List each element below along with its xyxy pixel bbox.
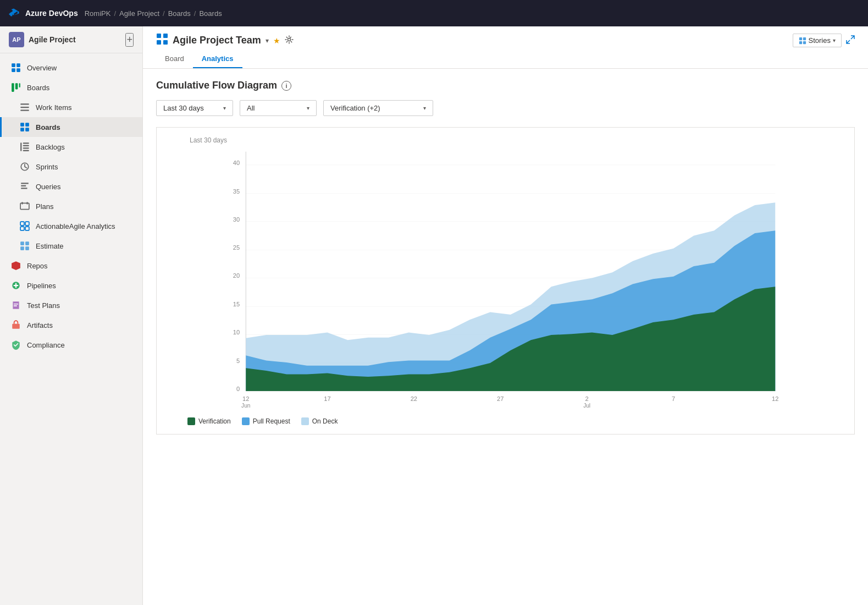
svg-rect-4: [12, 83, 14, 92]
info-icon[interactable]: i: [281, 81, 291, 91]
sidebar-item-estimate[interactable]: Estimate: [0, 236, 142, 256]
stories-label: Stories: [809, 36, 831, 45]
legend-label-verification: Verification: [198, 417, 231, 425]
sidebar-label-backlogs: Backlogs: [36, 143, 65, 151]
team-settings-button[interactable]: [285, 35, 294, 46]
svg-text:22: 22: [411, 395, 417, 402]
tab-analytics-label: Analytics: [202, 54, 234, 63]
azure-devops-logo: Azure DevOps: [9, 7, 78, 19]
svg-rect-2: [12, 68, 15, 72]
svg-rect-18: [23, 150, 29, 151]
sidebar-item-pipelines[interactable]: Pipelines: [0, 276, 142, 295]
svg-text:7: 7: [672, 395, 675, 402]
plans-icon: [19, 201, 30, 212]
tab-analytics[interactable]: Analytics: [193, 50, 242, 68]
date-range-filter[interactable]: Last 30 days ▾: [156, 100, 233, 116]
svg-rect-7: [20, 103, 29, 105]
legend-label-pull-request: Pull Request: [253, 417, 290, 425]
stories-icon: [799, 37, 806, 45]
sidebar-label-compliance: Compliance: [27, 341, 65, 349]
expand-button[interactable]: [846, 35, 855, 46]
project-name: Agile Project: [29, 35, 76, 44]
chart-period: Last 30 days: [190, 136, 227, 144]
sidebar-label-sprints: Sprints: [36, 163, 58, 171]
sprints-icon: [19, 161, 30, 172]
svg-rect-9: [20, 110, 29, 111]
date-range-value: Last 30 days: [163, 104, 204, 112]
svg-rect-16: [23, 145, 29, 146]
team-dropdown-button[interactable]: ▾: [266, 37, 269, 45]
team-board-icon: [156, 33, 168, 48]
sidebar-label-plans: Plans: [36, 202, 54, 211]
breadcrumb-boards1[interactable]: Boards: [168, 9, 191, 18]
legend-color-on-deck: [301, 417, 309, 425]
svg-text:2: 2: [585, 395, 589, 402]
stories-selector[interactable]: Stories ▾: [793, 34, 842, 47]
cumulative-flow-chart: 0 5 10 15 20 25 30 35 40: [165, 136, 845, 411]
sidebar-item-compliance[interactable]: Compliance: [0, 335, 142, 355]
sidebar-label-estimate: Estimate: [36, 242, 64, 250]
svg-text:Jul: Jul: [583, 403, 590, 409]
tab-board[interactable]: Board: [156, 50, 193, 68]
states-chevron: ▾: [423, 105, 426, 111]
add-button[interactable]: +: [125, 33, 134, 47]
sidebar-label-artifacts: Artifacts: [27, 321, 53, 329]
sidebar-item-boards-header[interactable]: Boards: [0, 78, 142, 97]
svg-text:5: 5: [236, 358, 240, 364]
svg-rect-3: [16, 68, 20, 72]
chart-title: Cumulative Flow Diagram i: [156, 80, 855, 91]
type-filter[interactable]: All ▾: [240, 100, 317, 116]
svg-text:0: 0: [236, 386, 240, 392]
svg-rect-29: [20, 246, 24, 250]
svg-rect-23: [20, 222, 24, 226]
svg-rect-39: [803, 37, 805, 40]
svg-rect-14: [20, 142, 21, 151]
svg-text:20: 20: [233, 272, 240, 279]
legend-on-deck: On Deck: [301, 417, 338, 425]
sep3: /: [194, 9, 196, 18]
sidebar-item-queries[interactable]: Queries: [0, 177, 142, 196]
sidebar-item-backlogs[interactable]: Backlogs: [0, 137, 142, 157]
sidebar-item-boards[interactable]: Boards: [0, 117, 142, 137]
breadcrumb-romi[interactable]: RomiPK: [85, 9, 111, 18]
sidebar-item-repos[interactable]: Repos: [0, 256, 142, 276]
sidebar-item-sprints[interactable]: Sprints: [0, 157, 142, 177]
sidebar-item-overview[interactable]: Overview: [0, 58, 142, 78]
sidebar-item-work-items[interactable]: Work Items: [0, 97, 142, 117]
sidebar-item-actionable[interactable]: ActionableAgile Analytics: [0, 216, 142, 236]
app-name: Azure DevOps: [25, 9, 78, 18]
sep1: /: [114, 9, 116, 18]
sidebar-label-queries: Queries: [36, 183, 61, 191]
svg-text:Jun: Jun: [241, 403, 250, 409]
sidebar-label-boards: Boards: [36, 123, 60, 131]
svg-rect-5: [15, 83, 18, 89]
sidebar-item-artifacts[interactable]: Artifacts: [0, 315, 142, 335]
boards-icon: [19, 122, 30, 133]
svg-text:10: 10: [233, 329, 240, 336]
svg-rect-26: [25, 227, 29, 230]
sidebar-label-work-items: Work Items: [36, 103, 72, 112]
svg-text:27: 27: [497, 395, 504, 402]
svg-text:25: 25: [233, 244, 240, 251]
actionable-icon: [19, 221, 30, 232]
svg-rect-17: [23, 147, 29, 148]
type-chevron: ▾: [307, 105, 309, 111]
breadcrumb-project[interactable]: Agile Project: [119, 9, 159, 18]
breadcrumb-boards2[interactable]: Boards: [199, 9, 222, 18]
favorite-button[interactable]: ★: [273, 36, 280, 45]
work-items-icon: [19, 102, 30, 113]
breadcrumb: RomiPK / Agile Project / Boards / Boards: [85, 9, 222, 18]
estimate-icon: [19, 240, 30, 251]
svg-rect-1: [16, 63, 20, 67]
svg-point-37: [288, 38, 290, 41]
sidebar-item-plans[interactable]: Plans: [0, 196, 142, 216]
legend-label-on-deck: On Deck: [312, 417, 338, 425]
svg-text:17: 17: [324, 395, 330, 402]
compliance-icon: [10, 339, 21, 350]
filter-row: Last 30 days ▾ All ▾ Verification (+2) ▾: [156, 100, 855, 116]
sidebar-item-test-plans[interactable]: Test Plans: [0, 295, 142, 315]
svg-rect-6: [19, 83, 20, 87]
states-filter[interactable]: Verification (+2) ▾: [323, 100, 433, 116]
stories-chevron: ▾: [833, 37, 836, 43]
svg-text:30: 30: [233, 216, 240, 223]
